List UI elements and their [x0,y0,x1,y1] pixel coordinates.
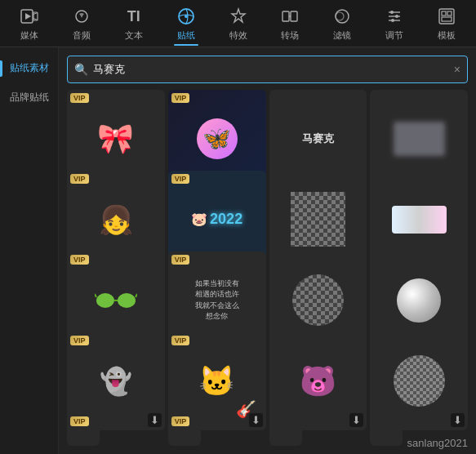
svg-point-18 [391,19,394,22]
sticker-art-ghost: 👻 [82,347,150,416]
toolbar-item-template-label: 模板 [438,29,456,42]
sticker-art-blur-rect [385,105,453,173]
sticker-cell-r5a[interactable]: VIP [67,413,100,446]
svg-point-24 [118,293,136,308]
sticker-art-cat-guitar: 🐱 🎸 [183,347,251,416]
toolbar-item-text[interactable]: TI 文本 [108,2,160,46]
vip-badge: VIP [171,93,190,103]
toolbar-item-sticker[interactable]: 贴纸 [160,2,212,46]
sticker-art-handwrite: 如果当初没有相遇的话也许我就不会这么想念你 [183,266,251,335]
sidebar-item-brand-sticker-label: 品牌贴纸 [10,91,49,105]
svg-point-12 [336,12,344,20]
download-icon[interactable]: ⬇ [349,413,363,427]
toolbar-item-adjust-label: 调节 [385,29,403,42]
transition-icon [278,5,301,28]
svg-line-26 [95,294,96,297]
toolbar-item-media-label: 媒体 [20,29,38,42]
vip-badge: VIP [70,336,89,345]
toolbar-item-effects-label: 特效 [229,29,247,42]
sticker-cell-r5b[interactable]: VIP [168,413,201,446]
toolbar-item-media[interactable]: 媒体 [3,2,56,46]
vip-badge: VIP [70,416,89,426]
sticker-art-glasses [82,266,150,335]
filter-icon [331,5,354,28]
sticker-art-circle-mosaic [283,266,352,335]
search-input[interactable] [93,64,454,76]
audio-icon [70,5,93,28]
svg-rect-20 [442,11,446,16]
vip-badge: VIP [171,174,190,184]
sidebar-item-sticker-material[interactable]: 贴纸素材 [0,54,58,83]
effects-icon [227,5,250,28]
svg-line-4 [33,19,38,20]
toolbar-item-transition[interactable]: 转场 [264,2,316,46]
toolbar-item-transition-label: 转场 [281,29,299,42]
sticker-art-butterfly: 🦋 [183,105,251,173]
sticker-art-pink-bear: 🐻 [283,347,352,416]
main-panel: 🔍 × VIP ⬇ VIP 🦋 [59,47,476,454]
svg-rect-8 [282,11,289,21]
sticker-art-text-mosaic: 马赛克 [283,105,352,173]
sticker-cell-r5d[interactable] [370,413,403,446]
sticker-art-2022: 🐷 2022 [183,185,251,254]
svg-point-11 [336,10,349,23]
sticker-art-gradient-h [385,185,453,254]
svg-rect-22 [442,17,452,21]
download-icon[interactable]: ⬇ [451,413,465,427]
sticker-art-mosaic-sq [283,185,352,254]
sticker-cell-r5c[interactable] [269,413,302,446]
toolbar: 媒体 音频 TI 文本 贴纸 [0,0,476,47]
svg-rect-21 [447,11,452,16]
sticker-art-bow [82,105,150,173]
search-icon: 🔍 [74,63,88,76]
toolbar-item-filter[interactable]: 滤镜 [316,2,368,46]
sticker-grid: VIP ⬇ VIP 🦋 ⬇ 马赛克 [59,90,476,454]
svg-line-3 [33,13,38,15]
svg-point-7 [185,15,188,18]
sticker-art-sphere [385,266,453,335]
sticker-icon [175,5,198,28]
toolbar-item-adjust[interactable]: 调节 [368,2,420,46]
sticker-art-sparkle-mosaic [385,347,453,416]
toolbar-item-audio-label: 音频 [73,29,91,42]
svg-point-16 [390,11,394,14]
toolbar-item-audio[interactable]: 音频 [56,2,108,46]
text-icon: TI [122,5,145,28]
adjust-icon [383,5,406,28]
svg-marker-1 [25,13,31,20]
svg-point-17 [395,15,398,18]
vip-badge: VIP [70,255,89,265]
vip-badge: VIP [171,336,190,345]
sticker-art-girl [82,185,150,254]
template-icon [435,5,458,28]
media-icon [18,5,41,28]
svg-line-27 [136,294,137,297]
clear-icon[interactable]: × [454,63,460,76]
toolbar-item-text-label: 文本 [125,29,143,42]
svg-rect-9 [291,11,297,21]
toolbar-item-effects[interactable]: 特效 [212,2,265,46]
vip-badge: VIP [171,416,190,426]
toolbar-item-template[interactable]: 模板 [420,2,473,46]
svg-point-23 [96,293,114,308]
vip-badge: VIP [171,255,190,265]
sidebar-item-sticker-material-label: 贴纸素材 [10,62,49,75]
toolbar-item-filter-label: 滤镜 [333,29,351,42]
download-icon[interactable]: ⬇ [148,413,162,427]
content-area: 贴纸素材 品牌贴纸 🔍 × VIP ⬇ VIP [0,47,476,454]
sidebar-item-brand-sticker[interactable]: 品牌贴纸 [0,83,58,113]
search-bar: 🔍 × [67,56,468,83]
vip-badge: VIP [70,174,89,184]
download-icon[interactable]: ⬇ [249,413,263,427]
sidebar: 贴纸素材 品牌贴纸 [0,47,59,454]
vip-badge: VIP [70,93,89,103]
toolbar-item-sticker-label: 贴纸 [177,29,195,42]
